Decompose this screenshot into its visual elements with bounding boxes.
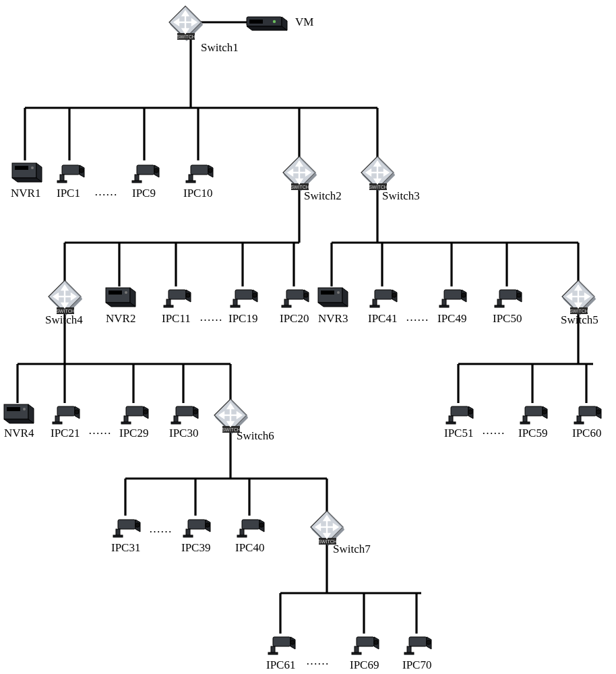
svg-text:IPC19: IPC19 [228,312,257,325]
svg-text:Switch5: Switch5 [561,313,598,326]
nvr4: NVR4 [4,404,34,439]
switch1: Switch1 [169,6,239,54]
ipc49: IPC49 [437,290,466,325]
ipc69: IPC69 [350,637,379,671]
switch4: Switch4 [45,280,83,326]
svg-text:NVR1: NVR1 [11,187,40,200]
ellipsis-icon: …… [149,522,172,535]
svg-text:IPC51: IPC51 [444,427,473,439]
ipc1: IPC1 [57,165,84,200]
svg-text:IPC29: IPC29 [119,427,148,439]
ellipsis-icon: …… [482,424,505,437]
switch5: Switch5 [561,280,598,326]
nvr3: NVR3 [318,288,348,325]
svg-text:Switch6: Switch6 [237,429,274,442]
svg-text:IPC11: IPC11 [162,312,191,325]
svg-text:Switch2: Switch2 [304,189,342,202]
svg-text:IPC41: IPC41 [368,312,397,325]
svg-text:IPC69: IPC69 [350,658,379,671]
ipc59: IPC59 [518,406,547,439]
svg-text:Switch7: Switch7 [333,543,371,555]
ipc41: IPC41 [368,290,397,325]
svg-text:IPC20: IPC20 [280,312,309,325]
ipc51: IPC51 [444,406,473,439]
svg-text:IPC61: IPC61 [266,658,295,671]
svg-text:IPC9: IPC9 [132,187,156,200]
svg-text:Switch4: Switch4 [45,313,83,326]
ipc21: IPC21 [51,406,80,439]
ipc10: IPC10 [183,165,213,200]
switch6: Switch6 [214,399,274,442]
svg-text:IPC50: IPC50 [493,312,522,325]
ipc29: IPC29 [119,406,148,439]
ipc11: IPC11 [162,290,191,325]
svg-text:NVR2: NVR2 [106,312,135,325]
ellipsis-icon: …… [88,424,111,437]
svg-text:NVR4: NVR4 [4,427,34,439]
ellipsis-icon: …… [406,311,429,324]
svg-text:Switch3: Switch3 [382,189,420,202]
ipc9: IPC9 [132,165,159,200]
svg-text:IPC31: IPC31 [111,541,140,554]
ipc61: IPC61 [266,637,295,671]
svg-text:NVR3: NVR3 [318,312,348,325]
ipc31: IPC31 [111,520,140,554]
vm: VM [247,16,313,30]
svg-text:IPC1: IPC1 [57,187,80,200]
switch7: Switch7 [311,511,371,555]
svg-text:IPC59: IPC59 [518,427,547,439]
ipc39: IPC39 [181,520,210,554]
svg-text:IPC60: IPC60 [572,427,601,439]
switch2: Switch2 [283,156,342,202]
ipc50: IPC50 [493,290,522,325]
nvr1: NVR1 [11,163,42,200]
ipc20: IPC20 [280,290,309,325]
ellipsis-icon: …… [199,311,222,324]
svg-text:IPC40: IPC40 [235,541,264,554]
switch3: Switch3 [361,156,420,202]
network-topology-diagram: SWITCH [0,0,616,674]
nvr2: NVR2 [106,288,135,325]
svg-text:IPC10: IPC10 [183,187,212,200]
switch-label: Switch1 [201,41,239,54]
ellipsis-icon: …… [94,185,117,198]
svg-text:IPC30: IPC30 [169,427,198,439]
ipc60: IPC60 [572,406,601,439]
svg-text:IPC70: IPC70 [402,658,431,671]
ipc19: IPC19 [228,290,257,325]
ipc70: IPC70 [402,637,431,671]
vm-label: VM [295,16,313,28]
ipc30: IPC30 [169,406,198,439]
ipc40: IPC40 [235,520,264,554]
ellipsis-icon: …… [306,654,329,667]
svg-text:IPC49: IPC49 [437,312,466,325]
svg-text:IPC21: IPC21 [51,427,80,439]
svg-text:IPC39: IPC39 [181,541,210,554]
